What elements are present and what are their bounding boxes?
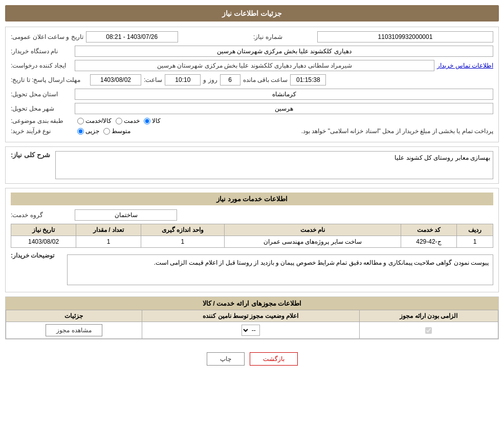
description-box: بهسازی معابر روستای کل کشوند علیا [55,151,493,179]
purchase-type-radio-group: متوسط جزیی [77,127,130,135]
col-details: جزئیات [6,310,142,322]
cell-service-name: ساخت سایر پروژه‌های مهندسی عمران [224,236,401,248]
permissions-header: اطلاعات مجوزهای ارائه خدمت / کالا [6,297,498,310]
service-group-value: ساختمان [75,209,177,221]
status-select[interactable]: -- [242,325,260,336]
services-table: ردیف کد خدمت نام خدمت واحد اندازه گیری ت… [11,224,493,248]
category-kala-label: کالا [152,117,161,124]
col-service-name: نام خدمت [224,224,401,236]
purchase-type-label: نوع فرآیند خرید: [11,127,72,135]
cell-required-checkbox [359,322,498,339]
purchase-medium-radio[interactable] [103,128,110,135]
purchase-detail-label: جزیی [85,127,99,135]
deadline-date-value: 1403/08/02 [90,74,141,86]
description-section-label: شرح کلی نیاز: [11,151,50,159]
send-deadline-label: مهلت ارسال پاسخ: تا تاریخ: [11,76,87,83]
service-group-label: گروه خدمت: [11,211,72,219]
permissions-table: الزامی بودن ارائه مجوز اعلام وضعیت مجوز … [6,310,498,339]
category-label: طبقه بندی موضوعی: [11,117,72,124]
back-button[interactable]: بازگشت [250,352,298,366]
creator-label: ایجاد کننده درخواست: [11,62,72,69]
col-required: الزامی بودن ارائه مجوز [359,310,498,322]
col-status: اعلام وضعیت مجوز توسط نامین کننده [142,310,359,322]
col-service-code: کد خدمت [401,224,456,236]
purchase-detail-radio[interactable] [77,128,84,135]
cell-status-dropdown[interactable]: -- [142,322,359,339]
remaining-label: ساعت باقی مانده [243,76,288,83]
col-unit: واحد اندازه گیری [141,224,225,236]
contact-link[interactable]: اطلاعات تماس خریدار [437,62,493,69]
view-permit-button[interactable]: مشاهده مجوز [46,324,102,336]
col-quantity: تعداد / مقدار [76,224,141,236]
purchase-type-text: پرداخت تمام یا بخشی از مبلغ خریدار از مح… [136,127,493,135]
cell-details-btn[interactable]: مشاهده مجوز [6,322,142,339]
purchase-partial-label: متوسط [112,127,130,135]
cell-service-code: ج-42-429 [401,236,456,248]
category-both-label: کالا/خدمت [85,117,112,124]
deadline-time-value: 10:10 [165,74,201,86]
remaining-time-value: 01:15:38 [290,74,326,86]
category-kala-radio[interactable] [144,118,150,124]
buyer-org-value: دهیاری کلکشوند علیا بخش مرکزی شهرستان هر… [75,46,493,57]
required-checkbox [425,327,432,334]
cell-unit: 1 [141,236,225,248]
buyer-notes-label: توضیحات خریدار: [11,252,62,259]
print-button[interactable]: چاپ [207,352,245,366]
time-label: ساعت: [144,76,162,83]
table-row: 1 ج-42-429 ساخت سایر پروژه‌های مهندسی عم… [11,236,493,248]
cell-date: 1403/08/02 [11,236,76,248]
category-radio-group: کالا خدمت کالا/خدمت [77,117,161,124]
col-row-num: ردیف [457,224,493,236]
need-number-label: شماره نیاز: [253,33,315,40]
province-label: استان محل تحویل: [11,91,72,98]
footer-buttons: بازگشت چاپ [5,347,499,371]
date-time-label: تاریخ و ساعت اعلان عمومی: [11,33,83,40]
category-service-radio[interactable] [116,118,122,124]
col-date: تاریخ نیاز [11,224,76,236]
permissions-row: -- مشاهده مجوز [6,322,498,339]
city-label: شهر محل تحویل: [11,105,72,112]
category-service-label: خدمت [124,117,140,124]
date-time-value: 1403/07/26 - 08:21 [86,31,178,42]
buyer-org-label: نام دستگاه خریدار: [11,48,72,55]
creator-value: شیرمراد سلطانی دهیار دهیاری کلکشوند علیا… [75,60,434,71]
services-section-header: اطلاعات خدمات مورد نیاز [11,193,493,205]
page-title: جزئیات اطلاعات نیاز [5,5,499,22]
deadline-days-value: 6 [220,74,240,86]
cell-quantity: 1 [76,236,141,248]
province-value: کرمانشاه [75,89,493,100]
days-label: روز و [203,76,217,83]
cell-row-num: 1 [457,236,493,248]
buyer-notes-text: پیوست نمودن گواهی صلاحیت پیمانکاری و مطا… [67,254,493,285]
city-value: هرسین [75,103,493,114]
need-number-value: 1103109932000001 [317,31,493,42]
category-both-radio[interactable] [77,118,84,124]
